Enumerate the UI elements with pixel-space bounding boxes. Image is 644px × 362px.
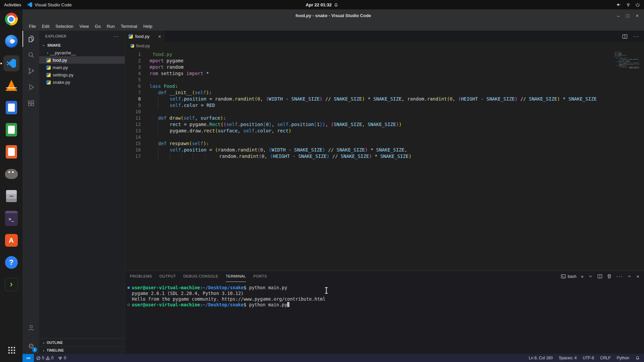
title-bar[interactable]: food.py - snake - Visual Studio Code – □… <box>22 9 644 22</box>
breadcrumb[interactable]: food.py <box>125 42 644 50</box>
file-item-main.py[interactable]: main.py <box>39 64 125 71</box>
running-indicator-dot <box>0 63 2 64</box>
menu-run[interactable]: Run <box>104 22 118 31</box>
remote-indicator-icon[interactable]: >< <box>22 354 34 362</box>
status-utf-8[interactable]: UTF-8 <box>583 356 594 360</box>
panel-tab-problems[interactable]: PROBLEMS <box>130 271 152 282</box>
close-button[interactable]: × <box>636 13 639 18</box>
clock-text: Apr 22 01:32 <box>306 2 331 7</box>
calc-icon[interactable] <box>3 122 19 138</box>
python-file-icon <box>130 44 134 48</box>
panel-tab-ports[interactable]: PORTS <box>253 271 267 282</box>
run-and-debug-icon[interactable] <box>22 79 39 95</box>
maximize-panel-chevron-icon[interactable] <box>627 274 632 279</box>
code-line-text: pygame.draw.rect(surface, self.color, re… <box>141 128 291 134</box>
settings-badge: 1 <box>32 347 37 352</box>
panel-tab-terminal[interactable]: TERMINAL <box>226 271 246 282</box>
menu-selection[interactable]: Selection <box>52 22 76 31</box>
terminal-output[interactable]: user@user-virtual-machine:~/Desktop/snak… <box>125 282 644 354</box>
new-terminal-icon[interactable]: + <box>581 274 584 279</box>
close-panel-icon[interactable]: × <box>636 274 639 279</box>
split-editor-icon[interactable] <box>622 34 628 39</box>
file-item-snake.py[interactable]: snake.py <box>39 78 125 86</box>
panel-tab-output[interactable]: OUTPUT <box>159 271 176 282</box>
search-icon[interactable] <box>22 47 39 63</box>
launch-profile-chevron-icon[interactable] <box>588 274 593 279</box>
code-line-text: rom settings import * <box>141 70 209 77</box>
maximize-button[interactable]: □ <box>626 13 629 18</box>
source-control-icon[interactable] <box>22 63 39 79</box>
status-crlf[interactable]: CRLF <box>600 356 610 360</box>
files-icon[interactable] <box>3 188 19 204</box>
section-label: TIMELINE <box>47 348 64 352</box>
clock[interactable]: Apr 22 01:32 <box>306 2 338 7</box>
vlc-icon[interactable] <box>3 77 19 94</box>
code-line-text: def __init__(self): <box>141 89 212 96</box>
ubuntu-software-icon[interactable] <box>3 232 19 248</box>
panel-more-actions-icon[interactable]: ··· <box>616 274 623 280</box>
python-file-icon <box>46 58 51 62</box>
notifications-bell-icon[interactable] <box>635 356 640 360</box>
status-ln-8-col-160[interactable]: Ln 8, Col 160 <box>529 356 553 360</box>
tab-close-icon[interactable]: × <box>158 34 161 39</box>
terminal-shell-selector[interactable]: bash <box>561 274 576 279</box>
explorer-more-actions-icon[interactable]: ··· <box>113 34 119 39</box>
code-line: 1 food.py <box>125 51 644 58</box>
terminal-icon[interactable] <box>3 210 19 226</box>
code-line-text: random.randint(0, (HEIGHT - SNAKE_SIZE) … <box>141 153 412 160</box>
code-line-text: mport pygame <box>141 58 183 64</box>
explorer-icon[interactable] <box>22 31 39 47</box>
writer-icon[interactable] <box>3 100 19 116</box>
extensions-icon[interactable] <box>22 95 39 111</box>
menu-view[interactable]: View <box>76 22 92 31</box>
file-item-__pycache__[interactable]: ›__pycache__ <box>39 49 125 56</box>
settings-gear-icon[interactable]: ⚙ 1 <box>22 338 39 354</box>
split-terminal-icon[interactable] <box>597 274 602 279</box>
vscode-icon[interactable] <box>3 55 19 71</box>
help-icon[interactable] <box>3 254 19 270</box>
line-number: 17 <box>125 153 141 160</box>
menu-edit[interactable]: Edit <box>39 22 52 31</box>
kill-terminal-trash-icon[interactable] <box>607 274 612 279</box>
python-file-icon <box>46 80 51 84</box>
tab-food-py[interactable]: food.py × <box>125 31 165 42</box>
menu-file[interactable]: File <box>26 22 39 31</box>
menu-help[interactable]: Help <box>140 22 155 31</box>
minimap[interactable]: food.pymport pygamemport randomrom setti… <box>614 51 639 69</box>
status-python[interactable]: Python <box>617 356 629 360</box>
gimp-icon[interactable] <box>3 166 19 182</box>
section-label: OUTLINE <box>47 341 63 345</box>
sidebar-section-outline[interactable]: ›OUTLINE <box>39 339 125 346</box>
problems-indicator[interactable]: 0 0 <box>34 354 56 362</box>
minimize-button[interactable]: – <box>617 13 620 18</box>
code-line-text: self.position = random.randint(0, (WIDTH… <box>141 96 597 102</box>
impress-icon[interactable] <box>3 144 19 160</box>
file-item-food.py[interactable]: food.py <box>39 56 125 64</box>
line-number: 11 <box>125 115 141 121</box>
folder-section-header[interactable]: › SNAKE <box>39 42 125 49</box>
activities-button[interactable]: Activities <box>4 2 21 7</box>
menu-go[interactable]: Go <box>92 22 104 31</box>
line-number: 15 <box>125 140 141 147</box>
line-number: 1 <box>125 51 141 58</box>
accounts-icon[interactable] <box>22 320 39 336</box>
thunderbird-icon[interactable] <box>3 33 19 49</box>
power-icon <box>635 2 640 7</box>
system-tray[interactable] <box>616 2 640 7</box>
focused-app-indicator[interactable]: Visual Studio Code <box>27 2 71 7</box>
code-line-text: mport random <box>141 64 183 70</box>
chevron-right-icon: › <box>41 348 46 353</box>
code-editor[interactable]: 1 food.py2mport pygame3mport random4rom … <box>125 50 644 270</box>
editor-more-actions-icon[interactable]: ··· <box>633 34 639 40</box>
show-applications-icon[interactable] <box>3 342 19 358</box>
chrome-icon[interactable] <box>3 11 19 27</box>
panel-tab-debug-console[interactable]: DEBUG CONSOLE <box>183 271 218 282</box>
ports-indicator[interactable]: 0 <box>56 354 68 362</box>
file-label: main.py <box>53 65 68 70</box>
sidebar-section-timeline[interactable]: ›TIMELINE <box>39 346 125 354</box>
file-item-settings.py[interactable]: settings.py <box>39 71 125 78</box>
snap-store-icon[interactable] <box>3 277 19 293</box>
status-spaces-4[interactable]: Spaces: 4 <box>559 356 577 360</box>
menu-terminal[interactable]: Terminal <box>118 22 140 31</box>
code-line: 8 self.position = random.randint(0, (WID… <box>125 96 644 102</box>
